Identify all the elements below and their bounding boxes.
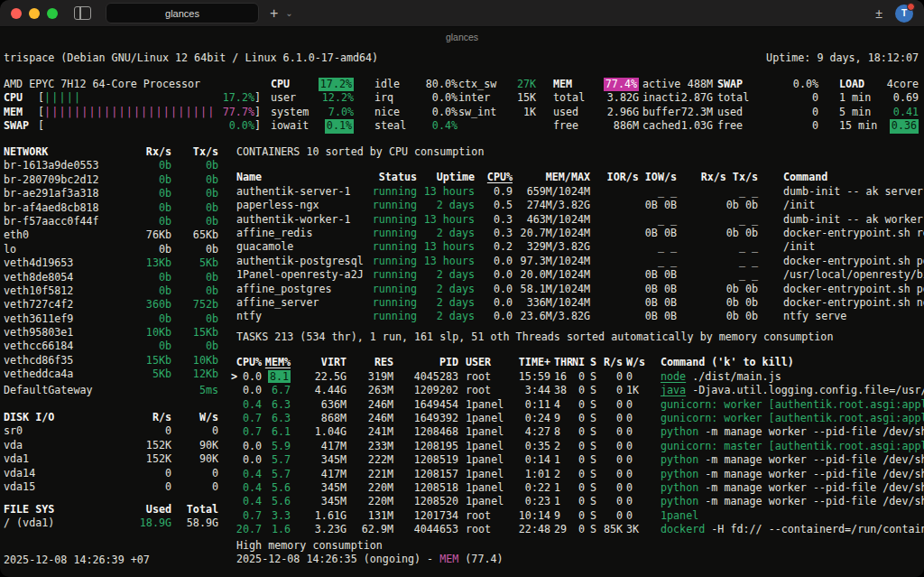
stat-row: SWAP0.0% bbox=[717, 78, 818, 91]
fs-used-header: Used bbox=[121, 503, 171, 517]
command-part: -Djava.util.logging.config.file=/usr/lo bbox=[686, 384, 924, 396]
process-mem: 5.6 bbox=[262, 481, 291, 495]
read-value: 152K bbox=[121, 452, 171, 466]
rx-value: 0b bbox=[121, 243, 171, 256]
interface-name: br-280709bc2d12 bbox=[4, 173, 121, 187]
container-command: /usr/local/openresty/bin bbox=[783, 268, 924, 282]
process-nice: 0 bbox=[572, 425, 585, 439]
process-threads: 29 bbox=[554, 523, 572, 536]
containers-col-header: Uptime bbox=[417, 171, 475, 184]
maximize-button[interactable] bbox=[47, 8, 58, 19]
process-command: gunicorn: master [authentik.root.asgi:ap… bbox=[661, 440, 924, 453]
stat-row: idle80.0% bbox=[374, 78, 457, 91]
process-state: S bbox=[590, 370, 599, 384]
process-row: 20.71.63.23G62.9M4044653root22:48290S85K… bbox=[231, 523, 924, 536]
disk-read-header: R/s bbox=[121, 411, 171, 424]
process-threads: 9 bbox=[554, 412, 572, 425]
alert-part: MEM bbox=[439, 553, 458, 566]
disk-io-section: DISK I/O R/s W/s sr000vda152K90Kvda1152K… bbox=[4, 411, 218, 494]
command-part: node bbox=[661, 370, 686, 383]
gauge-value: 0.0% bbox=[215, 119, 254, 133]
process-col-header: Command ('k' to kill) bbox=[661, 356, 924, 369]
process-command: python -m manage worker --pid-file /dev/… bbox=[661, 468, 924, 481]
tx-value: 0b bbox=[171, 312, 218, 326]
command-part: -m manage worker --pid-file /dev/shm/ bbox=[698, 481, 924, 494]
avatar[interactable]: T bbox=[895, 5, 913, 23]
container-name: ntfy bbox=[236, 310, 372, 323]
chevron-down-icon[interactable]: ⌄ bbox=[285, 8, 292, 18]
terminal-window: glances + ⌄ ± T glances trispace (Debian… bbox=[0, 0, 924, 577]
process-pid: 1208468 bbox=[393, 425, 458, 439]
tx-value: 65Kb bbox=[171, 228, 218, 242]
container-uptime: 2 days bbox=[417, 268, 475, 282]
process-virt: 3.23G bbox=[291, 523, 346, 536]
process-mem: 5.9 bbox=[262, 440, 291, 453]
stat-row: system7.0% bbox=[271, 106, 354, 119]
stat-row: used2.96G bbox=[553, 106, 639, 119]
process-user: 1panel bbox=[466, 468, 513, 481]
process-res: 221M bbox=[346, 468, 393, 481]
container-command: dumb-init -- ak worker bbox=[783, 213, 924, 227]
stat-value: 0.4% bbox=[432, 119, 457, 133]
process-row: 0.06.74.44G263M1209202root3:44380S01Kjav… bbox=[231, 384, 924, 397]
process-virt: 417M bbox=[291, 440, 346, 453]
process-mem: 1.6 bbox=[262, 523, 291, 536]
tx-value: 12Kb bbox=[171, 368, 218, 381]
rx-value: 13Kb bbox=[121, 256, 171, 270]
close-button[interactable] bbox=[11, 8, 22, 19]
container-command: /init bbox=[783, 240, 924, 254]
tx-value: 0b bbox=[171, 271, 218, 284]
process-res: 62.9M bbox=[346, 523, 393, 536]
process-col-header: CPU% bbox=[235, 356, 262, 369]
top-stats: AMD EPYC 7H12 64-Core Processor CPU[||||… bbox=[0, 78, 924, 135]
disk-name: vda14 bbox=[4, 467, 121, 480]
container-io: 0B 0B bbox=[590, 268, 677, 282]
minimize-button[interactable] bbox=[29, 8, 40, 19]
stat-key: LOAD bbox=[839, 78, 864, 91]
process-nice: 0 bbox=[572, 481, 585, 495]
container-io: _ _ bbox=[590, 185, 677, 199]
container-row: affine_redisrunning2 days0.320.7M/1024M0… bbox=[231, 227, 924, 240]
process-threads: 2 bbox=[554, 468, 572, 481]
network-section: NETWORK Rx/s Tx/s br-1613a9de05530b0bbr-… bbox=[4, 145, 218, 382]
disk-row: vda1152K90K bbox=[4, 452, 218, 466]
process-time: 10:14 bbox=[513, 509, 550, 523]
rx-value: 0b bbox=[121, 201, 171, 215]
stat-row: 1 min0.69 bbox=[839, 91, 919, 105]
stat-col-cpu: CPU17.2%user12.2%system7.0%iowait0.1% bbox=[271, 78, 354, 134]
terminal-screen[interactable]: trispace (Debian GNU/Linux 12 64bit / Li… bbox=[0, 47, 924, 577]
process-user: root bbox=[466, 370, 513, 384]
container-command: ntfy serve bbox=[783, 310, 924, 323]
sidebar-toggle-icon[interactable] bbox=[74, 6, 91, 20]
container-cpu: 0.2 bbox=[475, 240, 513, 254]
process-read: 0 bbox=[599, 453, 623, 467]
container-name: 1Panel-openresty-a2J bbox=[236, 268, 372, 282]
stat-value: 488M bbox=[688, 78, 713, 91]
container-status: running bbox=[372, 240, 417, 254]
process-state: S bbox=[590, 384, 599, 397]
gauge-mem: MEM[|||||||||||||||||||||||77.7%] bbox=[4, 106, 261, 119]
tasks-section: TASKS 213 (534 thr), 1 run, 161 slp, 51 … bbox=[231, 330, 924, 536]
stat-key: cached bbox=[642, 119, 680, 133]
glances-header-line: trispace (Debian GNU/Linux 12 64bit / Li… bbox=[4, 51, 919, 65]
process-user: root bbox=[466, 384, 513, 397]
network-rx-header: Rx/s bbox=[121, 145, 171, 159]
process-read: 0 bbox=[599, 384, 623, 397]
stat-value: 2.87G bbox=[681, 91, 713, 105]
container-io: _ _ bbox=[590, 213, 677, 227]
process-command: gunicorn: worker [authentik.root.asgi:ap… bbox=[661, 398, 924, 412]
window-title: glances bbox=[0, 27, 924, 47]
rx-value: 360b bbox=[121, 298, 171, 312]
stat-value: 7.0% bbox=[328, 106, 354, 119]
new-tab-button[interactable]: + bbox=[270, 6, 278, 21]
process-row: 0.45.6345M220M12085201panel0:2310S00pyth… bbox=[231, 495, 924, 508]
container-uptime: 13 hours bbox=[417, 213, 475, 227]
process-pid: 1208195 bbox=[393, 440, 458, 453]
adjust-icon[interactable]: ± bbox=[875, 6, 882, 21]
process-mem: 6.3 bbox=[262, 398, 291, 412]
container-mem: 274M/3.82G bbox=[513, 199, 590, 212]
process-time: 15:59 bbox=[513, 370, 550, 384]
disk-name: vda15 bbox=[4, 480, 121, 494]
terminal-tab[interactable]: glances bbox=[106, 3, 259, 23]
write-value: 90K bbox=[171, 439, 218, 452]
